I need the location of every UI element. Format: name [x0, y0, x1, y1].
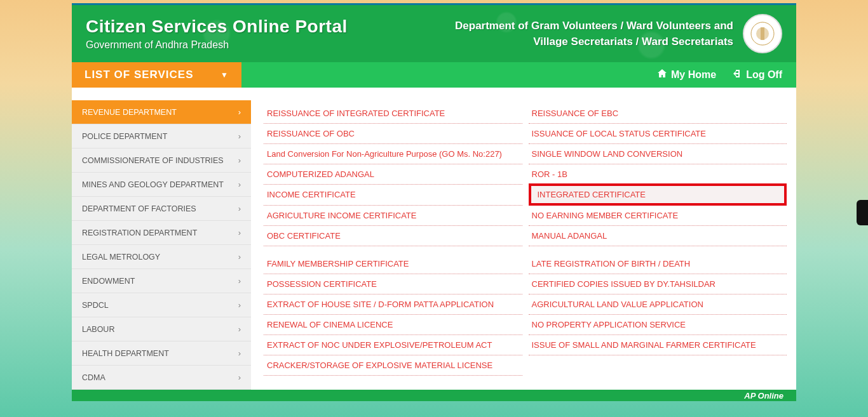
service-link[interactable]: REISSUANCE OF OBC [264, 124, 522, 144]
service-link[interactable]: ISSUANCE OF LOCAL STATUS CERTIFICATE [529, 124, 787, 144]
log-off-link[interactable]: Log Off [732, 69, 782, 81]
sidebar-item-3[interactable]: MINES AND GEOLOGY DEPARTMENT› [72, 173, 251, 197]
sidebar-item-label: LABOUR [82, 325, 114, 334]
my-home-link[interactable]: My Home [657, 69, 716, 81]
powered-by-label: AP Online [744, 391, 783, 400]
caret-down-icon: ▼ [220, 70, 229, 79]
service-link[interactable]: ISSUE OF SMALL AND MARGINAL FARMER CERTI… [529, 335, 787, 355]
chevron-right-icon: › [238, 107, 241, 117]
sidebar-item-label: COMMISSIONERATE OF INDUSTRIES [82, 156, 224, 165]
footer-bar: AP Online [72, 390, 796, 401]
service-link[interactable]: SINGLE WINDOW LAND CONVERSION [529, 144, 787, 164]
chevron-right-icon: › [238, 373, 241, 382]
chevron-right-icon: › [238, 348, 241, 358]
chevron-right-icon: › [238, 276, 241, 286]
service-link[interactable]: OBC CERTIFICATE [264, 226, 522, 246]
chevron-right-icon: › [238, 156, 241, 165]
sidebar-item-9[interactable]: LABOUR› [72, 317, 251, 341]
service-link[interactable]: NO EARNING MEMBER CERTIFICATE [529, 206, 787, 226]
svg-rect-2 [761, 27, 764, 40]
list-of-services-dropdown[interactable]: LIST OF SERVICES ▼ [72, 62, 241, 88]
portal-title: Citizen Services Online Portal [86, 17, 348, 37]
list-services-label: LIST OF SERVICES [85, 69, 194, 81]
sidebar-item-0[interactable]: REVENUE DEPARTMENT› [72, 100, 251, 124]
service-link[interactable]: COMPUTERIZED ADANGAL [264, 164, 522, 185]
content-area: REVENUE DEPARTMENT›POLICE DEPARTMENT›COM… [72, 88, 796, 390]
service-link[interactable]: NO PROPERTY APPLICATION SERVICE [529, 315, 787, 335]
chevron-right-icon: › [238, 131, 241, 141]
service-link[interactable]: AGRICULTURE INCOME CERTIFICATE [264, 206, 522, 226]
sidebar-item-8[interactable]: SPDCL› [72, 293, 251, 317]
service-link[interactable]: MANUAL ADANGAL [529, 226, 787, 246]
sidebar-item-7[interactable]: ENDOWMENT› [72, 269, 251, 293]
chevron-right-icon: › [238, 252, 241, 261]
service-link[interactable]: CERTIFIED COPIES ISSUED BY DY.TAHSILDAR [529, 274, 787, 295]
department-sidebar: REVENUE DEPARTMENT›POLICE DEPARTMENT›COM… [72, 88, 251, 390]
service-link[interactable]: INTEGRATED CERTIFICATE [529, 183, 787, 206]
sidebar-item-label: CDMA [82, 373, 105, 382]
state-emblem [743, 14, 782, 53]
sidebar-item-label: MINES AND GEOLOGY DEPARTMENT [82, 180, 224, 189]
sidebar-item-label: REGISTRATION DEPARTMENT [82, 228, 197, 237]
sidebar-item-label: POLICE DEPARTMENT [82, 132, 167, 141]
service-link[interactable]: EXTRACT OF HOUSE SITE / D-FORM PATTA APP… [264, 295, 522, 315]
sidebar-item-label: HEALTH DEPARTMENT [82, 349, 169, 358]
nav-bar: LIST OF SERVICES ▼ My Home Log Off [72, 62, 796, 88]
service-link[interactable]: REISSUANCE OF INTEGRATED CERTIFICATE [264, 103, 522, 124]
sidebar-item-label: REVENUE DEPARTMENT [82, 108, 177, 117]
service-link[interactable]: Land Conversion For Non-Agriculture Purp… [264, 144, 522, 164]
sidebar-item-label: ENDOWMENT [82, 277, 135, 286]
chevron-right-icon: › [238, 204, 241, 213]
service-link[interactable]: CRACKER/STORAGE OF EXPLOSIVE MATERIAL LI… [264, 355, 522, 376]
home-icon [657, 69, 667, 81]
chevron-right-icon: › [238, 228, 241, 237]
service-link[interactable]: EXTRACT OF NOC UNDER EXPLOSIVE/PETROLEUM… [264, 335, 522, 355]
sidebar-item-11[interactable]: CDMA› [72, 366, 251, 390]
header-banner: Citizen Services Online Portal Governmen… [72, 5, 796, 62]
department-name: Department of Gram Volunteers / Ward Vol… [455, 18, 733, 50]
chevron-right-icon: › [238, 180, 241, 189]
service-link[interactable]: FAMILY MEMBERSHIP CERTIFICATE [264, 254, 522, 274]
service-link[interactable]: REISSUANCE OF EBC [529, 103, 787, 124]
service-link[interactable]: ROR - 1B [529, 164, 787, 185]
sidebar-item-2[interactable]: COMMISSIONERATE OF INDUSTRIES› [72, 149, 251, 173]
service-link[interactable]: AGRICULTURAL LAND VALUE APPLICATION [529, 295, 787, 315]
sidebar-item-label: SPDCL [82, 301, 109, 310]
chevron-right-icon: › [238, 300, 241, 310]
logout-icon [732, 69, 742, 81]
service-link[interactable]: POSSESSION CERTIFICATE [264, 274, 522, 295]
sidebar-item-10[interactable]: HEALTH DEPARTMENT› [72, 341, 251, 366]
portal-subtitle: Government of Andhra Pradesh [86, 39, 348, 51]
services-panel: REISSUANCE OF INTEGRATED CERTIFICATEREIS… [251, 88, 796, 390]
sidebar-item-4[interactable]: DEPARTMENT OF FACTORIES› [72, 197, 251, 221]
service-link[interactable]: INCOME CERTIFICATE [264, 185, 522, 206]
sidebar-item-1[interactable]: POLICE DEPARTMENT› [72, 124, 251, 149]
sidebar-item-label: LEGAL METROLOGY [82, 253, 160, 261]
service-link[interactable]: RENEWAL OF CINEMA LICENCE [264, 315, 522, 335]
sidebar-item-label: DEPARTMENT OF FACTORIES [82, 204, 196, 213]
side-widget-tab[interactable] [857, 200, 868, 225]
chevron-right-icon: › [238, 324, 241, 334]
service-link[interactable]: LATE REGISTRATION OF BIRTH / DEATH [529, 254, 787, 274]
sidebar-item-6[interactable]: LEGAL METROLOGY› [72, 245, 251, 269]
sidebar-item-5[interactable]: REGISTRATION DEPARTMENT› [72, 221, 251, 245]
